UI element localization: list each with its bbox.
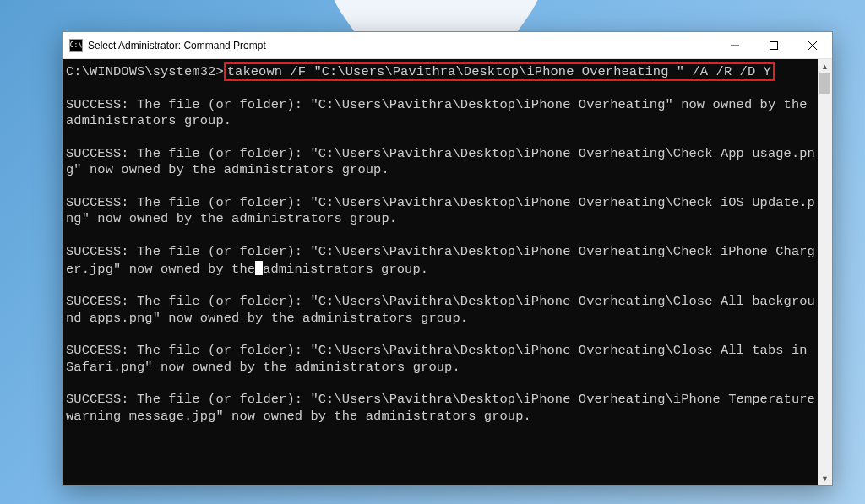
output-line: SUCCESS: The file (or folder): "C:\Users… xyxy=(66,343,818,376)
cmd-window: C:\ Select Administrator: Command Prompt… xyxy=(62,31,833,486)
close-button[interactable] xyxy=(793,32,832,58)
output-line: SUCCESS: The file (or folder): "C:\Users… xyxy=(66,244,818,278)
prompt-path: C:\WINDOWS\system32> xyxy=(66,64,224,79)
output-line: SUCCESS: The file (or folder): "C:\Users… xyxy=(66,195,818,228)
window-controls xyxy=(715,32,832,58)
text-cursor xyxy=(255,261,263,275)
scroll-down-arrow[interactable]: ▼ xyxy=(818,471,832,485)
minimize-button[interactable] xyxy=(715,32,754,58)
cmd-icon: C:\ xyxy=(69,39,83,52)
window-title: Select Administrator: Command Prompt xyxy=(88,40,715,51)
highlighted-command: takeown /F "C:\Users\Pavithra\Desktop\iP… xyxy=(224,62,775,81)
scroll-thumb[interactable] xyxy=(819,73,830,94)
titlebar[interactable]: C:\ Select Administrator: Command Prompt xyxy=(63,32,832,59)
maximize-button[interactable] xyxy=(754,32,793,58)
svg-rect-1 xyxy=(770,41,778,49)
output-line: SUCCESS: The file (or folder): "C:\Users… xyxy=(66,97,818,130)
vertical-scrollbar[interactable]: ▲ ▼ xyxy=(818,59,832,485)
output-line: SUCCESS: The file (or folder): "C:\Users… xyxy=(66,294,818,327)
scroll-track[interactable] xyxy=(818,73,832,471)
console-output[interactable]: C:\WINDOWS\system32>takeown /F "C:\Users… xyxy=(63,59,818,485)
output-line: SUCCESS: The file (or folder): "C:\Users… xyxy=(66,146,818,179)
output-line: SUCCESS: The file (or folder): "C:\Users… xyxy=(66,392,818,425)
scroll-up-arrow[interactable]: ▲ xyxy=(818,59,832,73)
